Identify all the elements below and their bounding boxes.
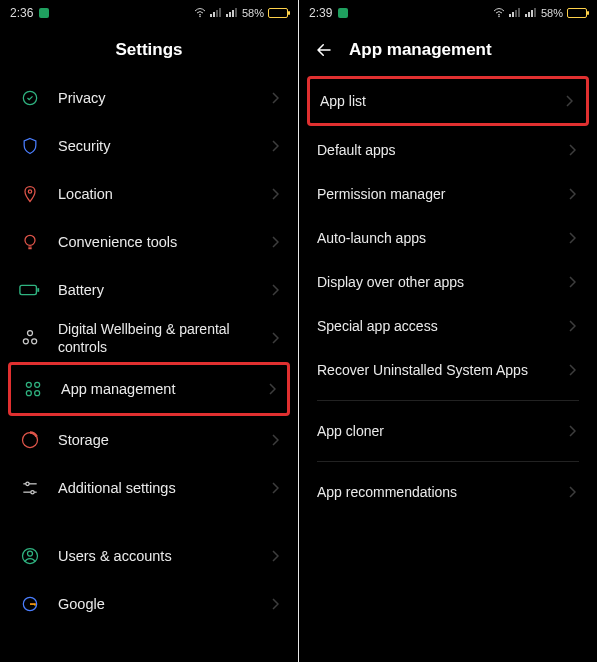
chevron-right-icon [565, 424, 579, 438]
svg-rect-6 [229, 12, 231, 17]
svg-point-23 [26, 482, 29, 485]
status-icons: 58% [493, 7, 587, 19]
svg-rect-32 [512, 12, 514, 17]
chevron-right-icon [268, 283, 282, 297]
page-header: App management [299, 26, 597, 74]
svg-point-15 [23, 339, 28, 344]
chevron-right-icon [268, 481, 282, 495]
svg-rect-3 [216, 10, 218, 17]
chevron-right-icon [565, 363, 579, 377]
svg-rect-31 [509, 14, 511, 17]
row-permission-manager[interactable]: Permission manager [299, 172, 597, 216]
separator [317, 461, 579, 462]
update-icon [16, 658, 44, 662]
notification-dot-icon [39, 8, 49, 18]
page-title-text: App management [349, 40, 492, 60]
svg-point-25 [31, 491, 34, 494]
apps-icon [19, 375, 47, 403]
arrow-left-icon [315, 41, 333, 59]
row-label: Convenience tools [58, 233, 268, 252]
page-title: Settings [0, 26, 298, 74]
status-time: 2:36 [10, 6, 33, 20]
highlight-app-management: App management [8, 362, 290, 416]
settings-row-battery[interactable]: Battery [0, 266, 298, 314]
svg-rect-4 [219, 8, 221, 17]
status-bar: 2:39 58% [299, 0, 597, 26]
settings-row-security[interactable]: Security [0, 122, 298, 170]
svg-point-14 [28, 331, 33, 336]
settings-row-wellbeing[interactable]: Digital Wellbeing & parental controls [0, 314, 298, 362]
settings-row-convenience[interactable]: Convenience tools [0, 218, 298, 266]
svg-rect-38 [534, 8, 536, 17]
settings-row-google[interactable]: Google [0, 580, 298, 628]
svg-rect-34 [518, 8, 520, 17]
row-app-list[interactable]: App list [310, 79, 586, 123]
google-icon [16, 590, 44, 618]
row-label: Recover Uninstalled System Apps [317, 361, 565, 379]
svg-point-11 [25, 235, 35, 245]
row-label: App cloner [317, 422, 565, 440]
svg-rect-13 [37, 288, 39, 292]
row-label: Permission manager [317, 185, 565, 203]
chevron-right-icon [565, 231, 579, 245]
svg-rect-1 [210, 14, 212, 17]
chevron-right-icon [565, 319, 579, 333]
settings-row-users[interactable]: Users & accounts [0, 532, 298, 580]
wifi-icon [493, 8, 505, 18]
settings-row-software-update[interactable]: Software update [0, 648, 298, 662]
row-recover-apps[interactable]: Recover Uninstalled System Apps [299, 348, 597, 392]
svg-rect-12 [20, 285, 36, 294]
svg-rect-33 [515, 10, 517, 17]
signal-icon [509, 8, 521, 18]
row-label: Battery [58, 281, 268, 300]
user-icon [16, 542, 44, 570]
sliders-icon [16, 474, 44, 502]
battery-icon [567, 8, 587, 18]
battery-icon [268, 8, 288, 18]
row-label: Special app access [317, 317, 565, 335]
row-label: App list [320, 92, 562, 110]
status-bar: 2:36 58% [0, 0, 298, 26]
location-icon [16, 180, 44, 208]
row-label: Digital Wellbeing & parental controls [58, 320, 268, 356]
row-label: Security [58, 137, 268, 156]
svg-point-27 [28, 551, 33, 556]
svg-point-20 [35, 391, 40, 396]
row-app-recommendations[interactable]: App recommendations [299, 470, 597, 514]
chevron-right-icon [565, 143, 579, 157]
screenshot-app-management: 2:39 58% App management App list Default… [299, 0, 597, 662]
svg-rect-5 [226, 14, 228, 17]
chevron-right-icon [565, 485, 579, 499]
row-display-over[interactable]: Display over other apps [299, 260, 597, 304]
chevron-right-icon [268, 549, 282, 563]
back-button[interactable] [313, 39, 335, 61]
svg-rect-2 [213, 12, 215, 17]
row-app-cloner[interactable]: App cloner [299, 409, 597, 453]
row-label: Location [58, 185, 268, 204]
battery-pct: 58% [541, 7, 563, 19]
chevron-right-icon [268, 433, 282, 447]
page-title-text: Settings [115, 40, 182, 60]
chevron-right-icon [268, 91, 282, 105]
signal-2-icon [226, 8, 238, 18]
settings-row-location[interactable]: Location [0, 170, 298, 218]
svg-rect-37 [531, 10, 533, 17]
signal-icon [210, 8, 222, 18]
privacy-icon [16, 84, 44, 112]
chevron-right-icon [562, 94, 576, 108]
settings-row-privacy[interactable]: Privacy [0, 74, 298, 122]
row-special-access[interactable]: Special app access [299, 304, 597, 348]
wifi-icon [194, 8, 206, 18]
chevron-right-icon [268, 331, 282, 345]
settings-row-app-management[interactable]: App management [11, 365, 287, 413]
svg-point-19 [26, 391, 31, 396]
storage-icon [16, 426, 44, 454]
row-auto-launch[interactable]: Auto-launch apps [299, 216, 597, 260]
svg-rect-8 [235, 8, 237, 17]
settings-row-additional[interactable]: Additional settings [0, 464, 298, 512]
svg-rect-36 [528, 12, 530, 17]
settings-row-storage[interactable]: Storage [0, 416, 298, 464]
row-default-apps[interactable]: Default apps [299, 128, 597, 172]
settings-list: Privacy Security Location Convenience to… [0, 74, 298, 662]
svg-point-16 [32, 339, 37, 344]
